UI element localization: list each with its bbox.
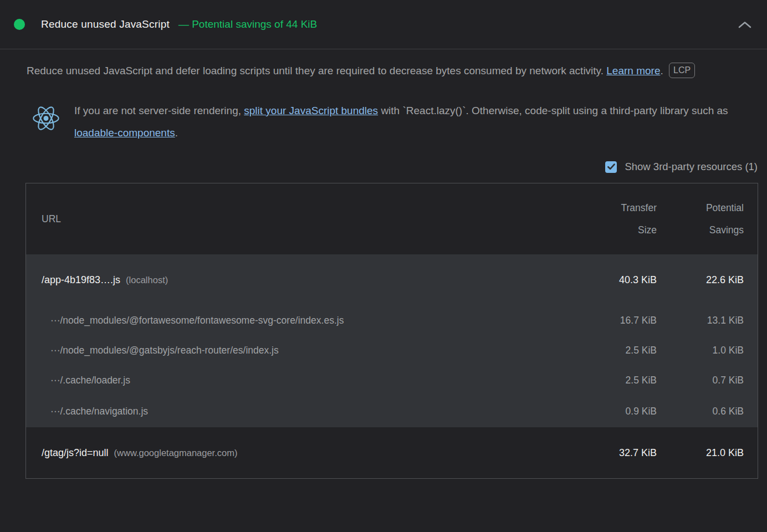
audit-savings-summary: — Potential savings of 44 KiB <box>178 18 317 30</box>
resource-url: ⋯/.cache/navigation.js <box>42 406 574 417</box>
transfer-size-value: 2.5 KiB <box>574 375 657 386</box>
transfer-size-value: 2.5 KiB <box>574 345 657 356</box>
table-header-row: URL Transfer Size Potential Savings <box>26 183 758 254</box>
resource-url: /app-4b19f83….js <box>42 274 120 286</box>
table-row-sub: ⋯/node_modules/@fortawesome/fontawesome-… <box>26 305 758 335</box>
recommendation-part3: . <box>175 127 178 139</box>
transfer-size-value: 16.7 KiB <box>574 315 657 326</box>
pass-status-dot-icon <box>14 19 25 30</box>
recommendation-part1: If you are not server-side rendering, <box>74 105 244 116</box>
resource-url: ⋯/node_modules/@gatsbyjs/reach-router/es… <box>42 345 574 356</box>
collapse-button[interactable] <box>737 20 753 29</box>
potential-savings-value: 0.6 KiB <box>657 406 744 417</box>
lcp-metric-chip[interactable]: LCP <box>669 63 695 78</box>
table-row-sub: ⋯/.cache/loader.js 2.5 KiB 0.7 KiB <box>26 365 758 395</box>
description-period: . <box>660 65 666 76</box>
resource-table: URL Transfer Size Potential Savings /app… <box>25 183 758 479</box>
loadable-components-link[interactable]: loadable-components <box>74 127 175 139</box>
split-bundles-link[interactable]: split your JavaScript bundles <box>244 105 378 116</box>
audit-description: Reduce unused JavaScript and defer loadi… <box>27 60 743 82</box>
resource-url: ⋯/.cache/loader.js <box>42 375 574 386</box>
audit-title: Reduce unused JavaScript <box>41 18 170 30</box>
table-row-group: /gtag/js?id=null (www.googletagmanager.c… <box>26 427 758 478</box>
potential-savings-value: 13.1 KiB <box>657 315 744 326</box>
checkmark-icon <box>607 163 615 170</box>
resource-url: /gtag/js?id=null <box>42 447 109 459</box>
resource-host: (www.googletagmanager.com) <box>114 448 238 458</box>
recommendation-text: If you are not server-side rendering, sp… <box>74 100 747 144</box>
potential-savings-value: 22.6 KiB <box>657 274 744 286</box>
learn-more-link[interactable]: Learn more <box>606 65 660 76</box>
show-3rd-party-checkbox[interactable] <box>605 161 617 173</box>
table-row-sub: ⋯/.cache/navigation.js 0.9 KiB 0.6 KiB <box>26 395 758 427</box>
column-header-url: URL <box>42 208 574 230</box>
table-row-sub: ⋯/node_modules/@gatsbyjs/reach-router/es… <box>26 335 758 365</box>
potential-savings-value: 21.0 KiB <box>657 447 744 459</box>
show-3rd-party-label[interactable]: Show 3rd-party resources (1) <box>625 161 758 173</box>
transfer-size-value: 40.3 KiB <box>574 274 657 286</box>
potential-savings-value: 1.0 KiB <box>657 345 744 356</box>
column-header-potential-savings: Potential Savings <box>657 197 744 241</box>
resource-url: ⋯/node_modules/@fortawesome/fontawesome-… <box>42 315 574 326</box>
resource-host: (localhost) <box>126 275 168 285</box>
chevron-up-icon <box>737 20 753 29</box>
potential-savings-value: 0.7 KiB <box>657 375 744 386</box>
third-party-filter-row: Show 3rd-party resources (1) <box>0 161 758 173</box>
transfer-size-value: 32.7 KiB <box>574 447 657 459</box>
react-logo-icon <box>32 105 60 131</box>
recommendation-part2: with `React.lazy()`. Otherwise, code-spl… <box>378 105 728 116</box>
transfer-size-value: 0.9 KiB <box>574 406 657 417</box>
column-header-transfer-size: Transfer Size <box>574 197 657 241</box>
description-text: Reduce unused JavaScript and defer loadi… <box>27 65 606 76</box>
table-row-group: /app-4b19f83….js (localhost) 40.3 KiB 22… <box>26 254 758 305</box>
audit-header[interactable]: Reduce unused JavaScript — Potential sav… <box>0 0 767 49</box>
framework-recommendation: If you are not server-side rendering, sp… <box>32 100 747 144</box>
